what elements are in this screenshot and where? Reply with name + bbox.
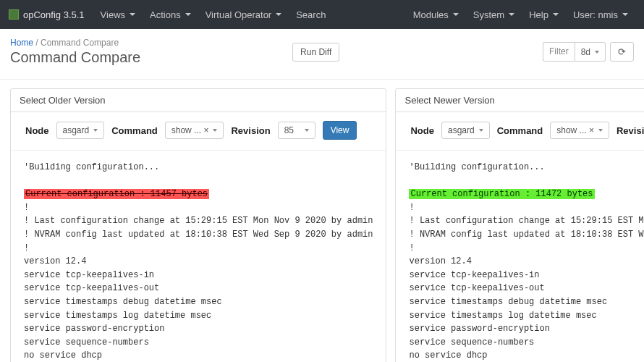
panels: Select Older Version Node asgard Command…	[0, 80, 644, 362]
nav-help[interactable]: Help	[522, 9, 566, 20]
subheader-right: Filter 8d ⟳	[543, 42, 634, 62]
breadcrumb: Home / Command Compare	[10, 38, 140, 48]
chevron-down-icon	[453, 13, 459, 16]
navbar: opConfig 3.5.1 Views Actions Virtual Ope…	[0, 0, 644, 29]
newer-post-text: ! ! Last configuration change at 15:29:1…	[409, 203, 644, 362]
newer-panel-header: Select Newer Version	[396, 89, 644, 112]
chevron-down-icon	[213, 129, 217, 132]
run-diff-button[interactable]: Run Diff	[292, 43, 339, 62]
filter-label: Filter	[543, 42, 575, 62]
newer-command-select[interactable]: show ... ×	[550, 122, 609, 139]
filter-range-select[interactable]: 8d	[575, 42, 606, 62]
nav-actions[interactable]: Actions	[143, 9, 198, 20]
older-panel: Select Older Version Node asgard Command…	[10, 88, 386, 362]
chevron-down-icon	[479, 129, 483, 132]
refresh-button[interactable]: ⟳	[610, 42, 634, 62]
newer-panel: Select Newer Version Node asgard Command…	[395, 88, 644, 362]
navbar-right: Modules System Help User: nmis	[406, 9, 635, 20]
chevron-down-icon	[509, 13, 514, 16]
command-label: Command	[111, 125, 158, 136]
chevron-down-icon	[93, 129, 98, 132]
revision-label: Revision	[617, 125, 644, 136]
node-label: Node	[410, 125, 434, 136]
older-panel-header: Select Older Version	[11, 89, 386, 112]
breadcrumb-home[interactable]: Home	[10, 38, 33, 48]
newer-controls: Node asgard Command show ... × Revision …	[396, 112, 644, 151]
chevron-down-icon	[598, 129, 603, 132]
nav-virtual-operator[interactable]: Virtual Operator	[198, 9, 289, 20]
older-command-select[interactable]: show ... ×	[165, 122, 224, 139]
older-diff-line: Current configuration : 11457 bytes	[24, 189, 209, 199]
nav-views[interactable]: Views	[93, 9, 143, 20]
chevron-down-icon	[130, 13, 135, 16]
chevron-down-icon	[276, 13, 281, 16]
older-revision-select[interactable]: 85	[278, 122, 315, 139]
nav-search[interactable]: Search	[289, 9, 333, 20]
brand-icon	[9, 9, 19, 20]
older-controls: Node asgard Command show ... × Revision …	[11, 112, 386, 151]
newer-diff-line: Current configuration : 11472 bytes	[409, 189, 594, 199]
brand-text: opConfig 3.5.1	[23, 9, 85, 20]
filter-group: Filter 8d	[543, 42, 606, 62]
older-pre-text: 'Building configuration...	[24, 162, 159, 172]
chevron-down-icon	[305, 129, 309, 132]
refresh-icon: ⟳	[618, 46, 626, 57]
older-node-select[interactable]: asgard	[56, 122, 105, 139]
nav-system[interactable]: System	[466, 9, 522, 20]
node-label: Node	[25, 125, 49, 136]
older-code: 'Building configuration... Current confi…	[11, 151, 386, 362]
chevron-down-icon	[622, 13, 628, 16]
nav-user[interactable]: User: nmis	[566, 9, 635, 20]
nav-modules[interactable]: Modules	[406, 9, 466, 20]
revision-label: Revision	[231, 125, 270, 136]
older-view-button[interactable]: View	[323, 121, 357, 140]
newer-pre-text: 'Building configuration...	[409, 162, 544, 172]
newer-node-select[interactable]: asgard	[441, 122, 490, 139]
command-label: Command	[497, 125, 543, 136]
newer-code: 'Building configuration... Current confi…	[396, 151, 644, 362]
chevron-down-icon	[185, 13, 191, 16]
subheader: Home / Command Compare Command Compare R…	[0, 29, 644, 80]
chevron-down-icon	[553, 13, 559, 16]
page-title: Command Compare	[10, 49, 140, 66]
chevron-down-icon	[595, 51, 599, 54]
brand: opConfig 3.5.1	[9, 9, 85, 20]
breadcrumb-current: Command Compare	[41, 38, 119, 48]
older-post-text: ! ! Last configuration change at 15:29:1…	[24, 203, 373, 362]
